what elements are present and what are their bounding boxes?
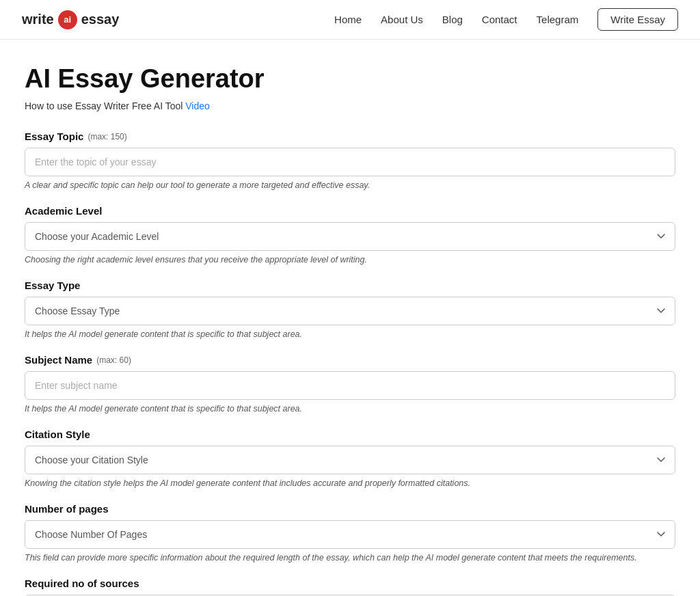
subject-name-label: Subject Name (max: 60) bbox=[25, 354, 675, 366]
logo: write ai essay bbox=[22, 10, 119, 29]
essay-topic-hint: A clear and specific topic can help our … bbox=[25, 180, 675, 190]
write-essay-button[interactable]: Write Essay bbox=[597, 8, 678, 31]
number-of-pages-label: Number of pages bbox=[25, 503, 675, 515]
academic-level-label: Academic Level bbox=[25, 205, 675, 217]
subtitle: How to use Essay Writer Free AI Tool Vid… bbox=[25, 100, 675, 111]
citation-style-label: Citation Style bbox=[25, 429, 675, 440]
logo-prefix: write bbox=[22, 12, 54, 27]
essay-topic-label: Essay Topic (max: 150) bbox=[25, 131, 675, 142]
academic-level-select[interactable]: Choose your Academic Level High School C… bbox=[25, 222, 675, 251]
essay-topic-max-hint: (max: 150) bbox=[88, 132, 126, 141]
academic-level-hint: Choosing the right academic level ensure… bbox=[25, 255, 675, 265]
subject-name-input[interactable] bbox=[25, 371, 675, 400]
nav-blog[interactable]: Blog bbox=[442, 14, 463, 25]
logo-ai-badge: ai bbox=[58, 10, 77, 29]
subject-name-section: Subject Name (max: 60) It helps the AI m… bbox=[25, 354, 675, 414]
essay-type-select[interactable]: Choose Essay Type Argumentative Descript… bbox=[25, 297, 675, 325]
citation-style-hint: Knowing the citation style helps the AI … bbox=[25, 478, 675, 488]
main-nav: Home About Us Blog Contact Telegram Writ… bbox=[334, 8, 678, 31]
essay-type-hint: It helps the AI model generate content t… bbox=[25, 329, 675, 339]
number-of-pages-hint: This field can provide more specific inf… bbox=[25, 553, 675, 563]
academic-level-section: Academic Level Choose your Academic Leve… bbox=[25, 205, 675, 265]
nav-telegram[interactable]: Telegram bbox=[537, 14, 579, 25]
citation-style-section: Citation Style Choose your Citation Styl… bbox=[25, 429, 675, 488]
page-title: AI Essay Generator bbox=[25, 64, 675, 94]
logo-suffix: essay bbox=[81, 12, 120, 27]
required-sources-section: Required no of sources Number of sources… bbox=[25, 578, 675, 596]
subject-name-hint: It helps the AI model generate content t… bbox=[25, 404, 675, 414]
essay-type-section: Essay Type Choose Essay Type Argumentati… bbox=[25, 280, 675, 339]
essay-topic-input[interactable] bbox=[25, 148, 675, 176]
subtitle-text: How to use Essay Writer Free AI Tool bbox=[25, 100, 183, 111]
subtitle-link[interactable]: Video bbox=[185, 100, 210, 111]
site-header: write ai essay Home About Us Blog Contac… bbox=[0, 0, 700, 40]
subject-name-max-hint: (max: 60) bbox=[96, 355, 131, 365]
main-content: AI Essay Generator How to use Essay Writ… bbox=[8, 40, 692, 596]
essay-type-label: Essay Type bbox=[25, 280, 675, 291]
number-of-pages-select[interactable]: Choose Number Of Pages 1 page 2 pages 3 … bbox=[25, 520, 675, 549]
nav-about-us[interactable]: About Us bbox=[381, 14, 423, 25]
nav-contact[interactable]: Contact bbox=[482, 14, 517, 25]
required-sources-label: Required no of sources bbox=[25, 578, 675, 589]
citation-style-select[interactable]: Choose your Citation Style APA MLA Chica… bbox=[25, 446, 675, 474]
essay-topic-section: Essay Topic (max: 150) A clear and speci… bbox=[25, 131, 675, 190]
number-of-pages-section: Number of pages Choose Number Of Pages 1… bbox=[25, 503, 675, 563]
nav-home[interactable]: Home bbox=[334, 14, 362, 25]
